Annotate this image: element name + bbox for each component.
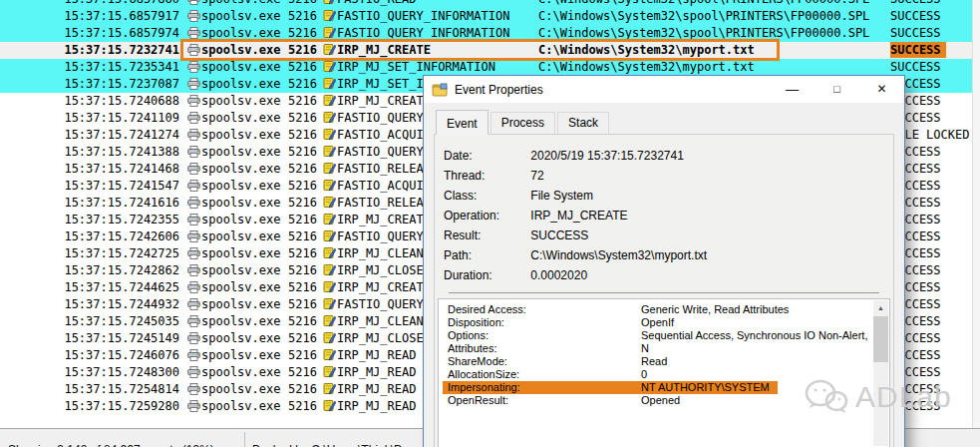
printer-icon: [185, 127, 201, 144]
filesystem-op-icon: [321, 110, 337, 127]
event-process: spoolsv.exe: [201, 195, 283, 212]
event-result: SUCCESS: [890, 42, 980, 59]
tab-event[interactable]: Event: [436, 110, 489, 135]
event-time: 15:37:15.7242725: [0, 245, 179, 262]
close-icon[interactable]: ✕: [859, 76, 904, 103]
event-process: spoolsv.exe: [201, 93, 283, 110]
status-events-text: Showing 3,142 of 84,997 events (13%): [8, 443, 214, 447]
printer-icon: [185, 279, 201, 296]
procmon-window: 15:37:15.6857860 spoolsv.exe 5216 FASTIO…: [0, 0, 980, 447]
filesystem-op-icon: [321, 93, 337, 110]
event-process: spoolsv.exe: [201, 279, 283, 296]
event-pid: 5216: [283, 313, 317, 330]
event-detail-box: Desired Access: Generic Write, Read Attr…: [438, 298, 890, 447]
filesystem-op-icon: [321, 398, 337, 415]
printer-icon: [185, 42, 201, 59]
printer-icon: [185, 161, 201, 178]
event-pid: 5216: [283, 228, 317, 245]
event-process: spoolsv.exe: [201, 212, 283, 228]
field-value: C:\Windows\System32\myport.txt: [530, 248, 707, 262]
event-process: spoolsv.exe: [201, 245, 283, 262]
filesystem-op-icon: [321, 347, 337, 364]
field-label: Result:: [444, 225, 527, 245]
field-value: 0.0002020: [530, 268, 587, 282]
printer-icon: [185, 381, 201, 398]
event-result: SUCCESS: [890, 8, 980, 25]
event-time: 15:37:15.7241109: [0, 110, 179, 127]
event-pid: 5216: [283, 110, 317, 127]
printer-icon: [185, 59, 201, 76]
tab-process[interactable]: Process: [490, 112, 555, 134]
event-row[interactable]: 15:37:15.7232741 spoolsv.exe 5216 IRP_MJ…: [0, 42, 980, 59]
field-label: Date:: [444, 146, 527, 166]
field-label: Duration:: [444, 265, 527, 285]
scroll-thumb[interactable]: [873, 316, 888, 362]
event-time: 15:37:15.7241468: [0, 161, 179, 178]
event-field: Thread: 72: [435, 166, 893, 186]
dialog-titlebar[interactable]: Event Properties — □ ✕: [424, 76, 904, 103]
event-process: spoolsv.exe: [201, 144, 283, 161]
event-process: spoolsv.exe: [201, 25, 283, 42]
event-list-scrollbar[interactable]: [972, 0, 980, 429]
filesystem-op-icon: [321, 25, 337, 42]
detail-label: Options:: [448, 329, 489, 342]
detail-row: AllocationSize: 0: [439, 368, 889, 381]
detail-scrollbar[interactable]: ▲: [873, 300, 888, 446]
scroll-up-icon[interactable]: ▲: [873, 300, 888, 315]
event-time: 15:37:15.6857974: [0, 25, 179, 42]
detail-row: Attributes: N: [439, 342, 889, 355]
printer-icon: [185, 228, 201, 245]
status-divider: [244, 432, 245, 447]
event-process: spoolsv.exe: [201, 313, 283, 330]
maximize-icon[interactable]: □: [815, 76, 859, 103]
printer-icon: [185, 93, 201, 110]
event-time: 15:37:15.6857860: [0, 0, 179, 8]
event-time: 15:37:15.7242606: [0, 228, 179, 245]
printer-icon: [185, 8, 201, 25]
tab-stack[interactable]: Stack: [557, 112, 609, 134]
event-path: C:\Windows\System32\spool\PRINTERS\FP000…: [538, 0, 887, 8]
filesystem-op-icon: [321, 42, 337, 59]
event-time: 15:37:15.7237087: [0, 76, 179, 93]
status-backing-text: Backed by C:\Users\Think\D: [252, 443, 403, 447]
event-process: spoolsv.exe: [201, 364, 283, 381]
event-field: Class: File System: [435, 186, 893, 206]
field-label: Path:: [444, 245, 527, 265]
filesystem-op-icon: [321, 59, 337, 76]
detail-label: OpenResult:: [448, 394, 508, 407]
window-controls: — □ ✕: [770, 76, 904, 103]
minimize-icon[interactable]: —: [770, 76, 815, 103]
filesystem-op-icon: [321, 313, 337, 330]
detail-row: Desired Access: Generic Write, Read Attr…: [439, 303, 889, 316]
event-row[interactable]: 15:37:15.6857860 spoolsv.exe 5216 FASTIO…: [0, 0, 980, 8]
event-time: 15:37:15.7241274: [0, 127, 179, 144]
detail-label: Attributes:: [448, 342, 497, 355]
event-time: 15:37:15.7242355: [0, 212, 179, 228]
detail-label: ShareMode:: [448, 355, 507, 368]
event-row[interactable]: 15:37:15.6857974 spoolsv.exe 5216 FASTIO…: [0, 25, 980, 42]
printer-icon: [185, 0, 201, 8]
detail-value: N: [641, 342, 649, 355]
printer-icon: [185, 76, 201, 93]
printer-icon: [185, 144, 201, 161]
filesystem-op-icon: [321, 144, 337, 161]
event-pid: 5216: [283, 93, 317, 110]
event-time: 15:37:15.7259280: [0, 398, 179, 415]
event-properties-icon: [432, 83, 448, 97]
event-path: C:\Windows\System32\myport.txt: [538, 59, 887, 76]
event-result: SUCCESS: [890, 0, 980, 8]
event-process: spoolsv.exe: [201, 228, 283, 245]
filesystem-op-icon: [321, 8, 337, 25]
filesystem-op-icon: [321, 296, 337, 313]
event-pid: 5216: [283, 262, 317, 279]
filesystem-op-icon: [321, 279, 337, 296]
event-process: spoolsv.exe: [201, 296, 283, 313]
event-row[interactable]: 15:37:15.6857917 spoolsv.exe 5216 FASTIO…: [0, 8, 980, 25]
dialog-title: Event Properties: [455, 83, 543, 97]
detail-label: Impersonating:: [448, 381, 520, 394]
event-process: spoolsv.exe: [201, 42, 283, 59]
event-row[interactable]: 15:37:15.7235341 spoolsv.exe 5216 IRP_MJ…: [0, 59, 980, 76]
event-pid: 5216: [283, 127, 317, 144]
filesystem-op-icon: [321, 364, 337, 381]
printer-icon: [185, 110, 201, 127]
